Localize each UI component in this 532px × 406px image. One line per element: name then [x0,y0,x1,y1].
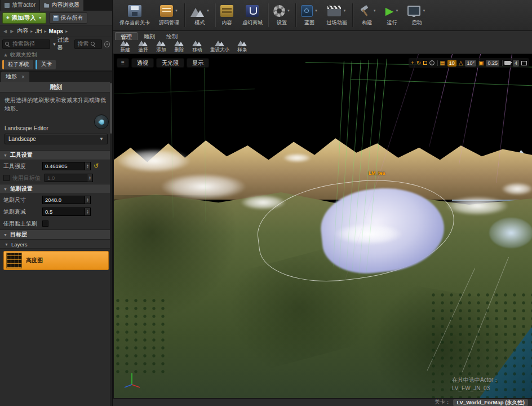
grid-line-purple [429,54,453,147]
build-button[interactable]: ▼ 构建 [353,0,381,30]
lighting-mode-button[interactable]: 无光照 [156,58,184,68]
content-browser-search-row: 搜索路径 ▼ 过滤器 搜索 [0,37,112,51]
terrain-scene: LM_tea [114,54,532,398]
marketplace-icon [246,5,259,17]
world-space-icon[interactable] [429,60,435,65]
layers-subheader[interactable]: ▼ Layers [0,240,112,249]
save-all-button[interactable]: 保存所有 [49,12,87,24]
use-target-value-checkbox[interactable] [3,175,10,181]
breadcrumb-jh[interactable]: JH [34,28,43,34]
show-button[interactable]: 显示 [187,58,209,68]
brush-falloff-input[interactable]: 0.5 ▲▼ [42,208,91,216]
filter-chip-level[interactable]: 关卡 [36,60,56,69]
breadcrumb-sep-icon: ▸ [30,29,33,34]
tool-strength-input[interactable]: 0.461905 ▲▼ [42,162,91,170]
rotation-snap-value[interactable]: 10° [465,60,476,67]
tool-move-button[interactable]: 移动 [188,40,206,54]
rotate-tool-icon[interactable]: ↻ [416,60,421,67]
breadcrumb-sep-icon: ▸ [65,29,68,34]
tool-settings-header[interactable]: ▼ 工具设置 [0,150,112,160]
use-target-value-row: 使用目标值 1.0 ▲▼ [0,172,112,184]
scale-snap-value[interactable]: 0.25 [486,60,499,67]
forward-icon[interactable]: ▶ [9,29,15,34]
rotation-snap-icon[interactable]: △ [459,60,463,67]
brush-settings-title: 笔刷设置 [10,185,33,193]
toolbar-button-label: 构建 [362,19,372,27]
search-assets-input[interactable]: 搜索 [74,39,101,49]
scale-tool-icon[interactable] [423,61,427,65]
heightmap-thumbnail-icon [6,253,22,268]
tool-splines-button[interactable]: 样条 [233,40,251,54]
grid-snap-icon[interactable]: ▦ [440,60,445,67]
search-path-input[interactable]: 搜索路径 [2,39,50,49]
back-icon[interactable]: ◀ [2,29,8,34]
grid-line [114,89,255,94]
target-layers-header[interactable]: ▼ 目标层 [0,230,112,240]
filter-chip-particle-system[interactable]: 粒子系统 [2,60,33,69]
view-options-icon[interactable] [104,41,110,47]
favorites-row[interactable]: ★ 收藏夹控制 [0,51,112,59]
move-tool-icon[interactable]: + [411,60,414,67]
launch-monitor-icon [407,6,420,16]
content-browser-toolbar: + 添加/导入 ▼ 保存所有 [0,11,112,25]
brush-settings-header[interactable]: ▼ 笔刷设置 [0,184,112,194]
landscape-mode-dropdown[interactable]: Landscape ▼ [5,134,108,144]
current-level-value[interactable]: LV_World_ForMap (永久性) [453,399,528,406]
toolbar-separator [268,3,268,27]
spinner-arrows-icon[interactable]: ▲▼ [85,196,90,204]
add-import-button[interactable]: + 添加/导入 ▼ [2,12,46,24]
mountain-icon [237,40,247,46]
tab-landscape[interactable]: 地形 × [1,72,29,82]
filter-button[interactable]: ▼ 过滤器 [52,36,73,52]
cinematics-button[interactable]: ▼ 过场动画 [322,0,352,30]
content-button[interactable]: 内容 [216,0,238,30]
landscape-mode-value: Landscape [8,136,36,142]
section-arrow-icon: ▼ [3,187,7,191]
tool-new-button[interactable]: 新建 [116,40,134,54]
scale-snap-icon[interactable]: ▣ [478,60,484,67]
maximize-viewport-icon[interactable] [521,61,527,65]
3d-viewport[interactable]: LM_tea ≡ 透视 无光照 显示 [113,54,532,398]
source-control-button[interactable]: ▼ 源码管理 [154,0,184,30]
water-drop-icon [98,118,105,126]
tab-place-actor[interactable]: 放置actor [1,0,39,11]
sculpt-tool-orb-button[interactable] [94,114,109,129]
tool-delete-button[interactable]: 删除 [170,40,188,54]
grid-snap-value[interactable]: 10 [447,60,456,67]
tab-paint[interactable]: 绘制 [161,32,183,40]
tab-manage[interactable]: 管理 [115,32,138,40]
camera-speed-icon[interactable] [504,61,511,65]
spinner-arrows-icon[interactable]: ▲▼ [85,208,90,215]
marketplace-button[interactable]: 虚幻商城 [238,0,267,30]
blueprints-button[interactable]: ▼ 蓝图 [296,0,322,30]
reset-to-default-icon[interactable]: ↺ [94,162,99,170]
target-layer-heightmap[interactable]: 高度图 [3,251,109,270]
brush-size-input[interactable]: 2048.0 ▲▼ [42,196,91,204]
tool-add-button[interactable]: 添加 [152,40,170,54]
use-clay-brush-checkbox[interactable] [42,220,48,227]
perspective-button[interactable]: 透视 [131,58,154,68]
breadcrumb-content[interactable]: 内容 [16,27,29,35]
toolbar-separator [437,60,437,66]
modes-mountain-icon [190,5,205,17]
launch-button[interactable]: ▼ 启动 [403,0,430,30]
tab-sculpt[interactable]: 雕刻 [139,32,160,40]
close-icon[interactable]: × [21,74,25,80]
camera-speed-value[interactable]: 4 [513,60,519,67]
play-button[interactable]: ▶▼ 运行 [381,0,404,30]
landscape-panel-tabbar: 地形 × [0,72,112,82]
viewport-menu-button[interactable]: ≡ [117,58,129,68]
tool-select-button[interactable]: 选择 [134,40,152,54]
save-current-level-button[interactable]: 保存当前关卡 [115,0,154,30]
tab-content-browser[interactable]: 内容浏览器 [40,0,83,11]
toolbar-separator [502,60,502,66]
breadcrumb-maps[interactable]: Maps [48,28,65,34]
panel-scrollbar[interactable] [110,82,112,406]
settings-button[interactable]: ▼ 设置 [269,0,295,30]
viewport-toolbar: ≡ 透视 无光照 显示 + ↻ [117,58,529,68]
modes-button[interactable]: ▼ 模式 [185,0,214,30]
tool-resize-button[interactable]: 重设大小 [206,40,233,54]
brush-size-row: 笔刷尺寸 2048.0 ▲▼ [0,194,112,206]
spinner-arrows-icon[interactable]: ▲▼ [85,162,90,170]
main-toolbar: 保存当前关卡 ▼ 源码管理 ▼ 模式 内容 虚幻商城 ▼ [113,0,532,31]
